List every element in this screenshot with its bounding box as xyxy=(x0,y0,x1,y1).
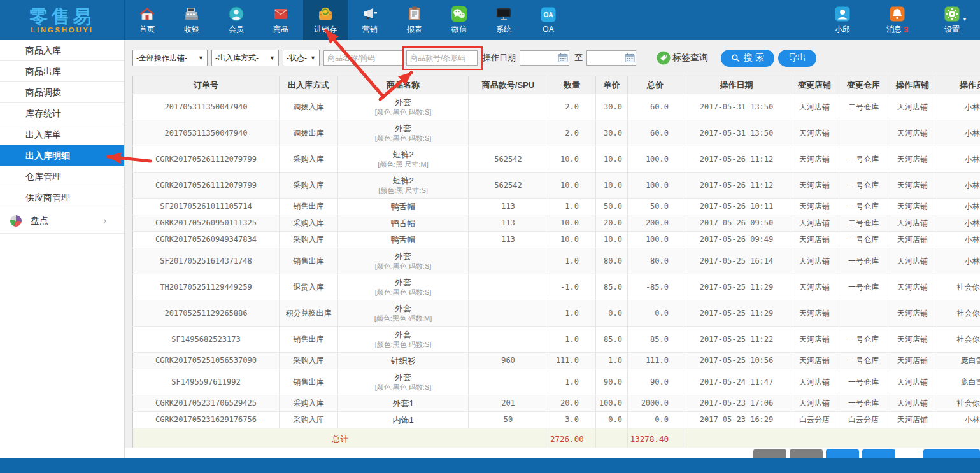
cell-operator: 社会你米 xyxy=(937,395,980,412)
cell-total: 85.0 xyxy=(628,327,683,353)
status-filter-select[interactable]: -状态- ▼ xyxy=(283,50,320,66)
cell-operator: 小林 xyxy=(937,146,980,173)
cell-qty: 1.0 xyxy=(548,300,596,327)
chevron-right-icon: › xyxy=(103,208,106,233)
nav-item-inventory[interactable]: 进销存 xyxy=(303,0,348,40)
nav-item-settings[interactable]: 设置▼ xyxy=(933,0,971,40)
method-filter-select[interactable]: -出入库方式- ▼ xyxy=(211,50,279,66)
nav-item-label: 进销存 xyxy=(314,24,337,35)
cell-change_warehouse xyxy=(839,120,888,146)
bell-icon xyxy=(889,6,905,22)
nav-item-oa[interactable]: OAOA xyxy=(526,0,571,40)
svg-text:OA: OA xyxy=(544,11,553,18)
cell-method: 采购入库 xyxy=(280,173,338,199)
nav-item-system[interactable]: 系统 xyxy=(481,0,526,40)
cell-order: 201705311350047940 xyxy=(133,94,280,120)
nav-item-cashier[interactable]: 收银 xyxy=(169,0,214,40)
sidebar-item-stock-stats[interactable]: 库存统计 xyxy=(0,103,124,124)
sidebar-item-goods-transfer[interactable]: 商品调拨 xyxy=(0,82,124,103)
tag-query-button[interactable]: 标签查询 xyxy=(657,51,708,65)
cell-price: 1.0 xyxy=(596,353,628,369)
sidebar-item-goods-out[interactable]: 商品出库 xyxy=(0,61,124,82)
cell-order: 201705311350047940 xyxy=(133,120,280,146)
sidebar-item-inout-details[interactable]: 出入库明细 xyxy=(0,145,124,166)
store-filter-select[interactable]: -全部操作店铺- ▼ xyxy=(132,50,208,66)
nav-item-user[interactable]: 小邱 xyxy=(823,0,862,40)
nav-item-home[interactable]: 首页 xyxy=(125,0,169,40)
cell-order: TH201705251129449259 xyxy=(133,274,280,300)
marketing-icon xyxy=(362,6,378,22)
sidebar-item-warehouse-mgmt[interactable]: 仓库管理 xyxy=(0,166,124,187)
nav-item-product[interactable]: 商品 xyxy=(259,0,303,40)
table-row: 201705311350047940调拨入库外套[颜色:黑色 码数:S]2.03… xyxy=(133,94,980,120)
cell-date: 2017-05-26 10:11 xyxy=(683,199,790,215)
cell-change_store: 天河店铺 xyxy=(790,94,839,120)
cell-op_store: 天河店铺 xyxy=(888,215,937,232)
table-row: CGRK201705251056537090采购入库针织衫960111.01.0… xyxy=(133,353,980,369)
cell-method: 调拨出库 xyxy=(280,120,338,146)
cell-change_warehouse: 一号仓库 xyxy=(839,274,888,300)
sidebar-item-label: 出入库单 xyxy=(25,129,61,139)
cell-total: 100.0 xyxy=(628,146,683,173)
cell-total: 60.0 xyxy=(628,120,683,146)
cell-op_store: 天河店铺 xyxy=(888,248,937,274)
nav-item-member[interactable]: 会员 xyxy=(214,0,259,40)
cell-operator: 庞白雪 xyxy=(937,369,980,395)
cell-name: 外套[颜色:黑色 码数:S] xyxy=(338,94,469,120)
nav-item-wechat[interactable]: 微信 xyxy=(437,0,481,40)
cell-order: 201705251129265886 xyxy=(133,300,280,327)
sidebar-item-inout-orders[interactable]: 出入库单 xyxy=(0,124,124,145)
calendar-icon[interactable] xyxy=(558,53,568,63)
cell-name: 鸭舌帽 xyxy=(338,232,469,248)
cell-name: 外套[颜色:黑色 码数:S] xyxy=(338,120,469,146)
col-header-change_store: 变更店铺 xyxy=(790,76,839,94)
nav-item-marketing[interactable]: 营销 xyxy=(348,0,392,40)
total-label: 总计 xyxy=(133,428,548,449)
cell-total: 111.0 xyxy=(628,353,683,369)
sidebar-item-label: 库存统计 xyxy=(25,108,61,118)
cell-name: 外套[颜色:黑色 码数:S] xyxy=(338,274,469,300)
cell-order: CGRK201705260949347834 xyxy=(133,232,280,248)
table-row: CGRK201705231706529425采购入库外套120120.0100.… xyxy=(133,395,980,412)
right-nav: 小邱消息3设置▼ xyxy=(823,0,971,40)
search-button[interactable]: 搜 索 xyxy=(721,50,774,67)
table-row: CGRK201705261112079799采购入库短裤2[颜色:黑 尺寸:M]… xyxy=(133,146,980,173)
cell-method: 销售出库 xyxy=(280,199,338,215)
cell-qty: 2.0 xyxy=(548,120,596,146)
cell-change_store: 天河店铺 xyxy=(790,369,839,395)
app-logo-subtitle: LINGSHOUYI xyxy=(31,26,93,34)
cell-change_warehouse: 一号仓库 xyxy=(839,173,888,199)
sidebar-item-supplier-mgmt[interactable]: 供应商管理 xyxy=(0,187,124,208)
sidebar-item-stocktake[interactable]: 盘点› xyxy=(0,208,124,234)
cell-name: 鸭舌帽 xyxy=(338,215,469,232)
cell-total: 200.0 xyxy=(628,215,683,232)
dropdown-arrow-icon: ▼ xyxy=(310,55,316,61)
cell-change_warehouse: 一号仓库 xyxy=(839,327,888,353)
table-row: TH201705251129449259退货入库外套[颜色:黑色 码数:S]-1… xyxy=(133,274,980,300)
cell-total: 50.0 xyxy=(628,199,683,215)
date-to-input[interactable] xyxy=(586,50,636,66)
date-from-input[interactable] xyxy=(520,50,569,66)
cell-spu xyxy=(469,327,548,353)
nav-item-report[interactable]: 报表 xyxy=(392,0,437,40)
cell-change_warehouse: 二号仓库 xyxy=(839,215,888,232)
table-row: SF1495682523173销售出库外套[颜色:黑色 码数:S]1.085.0… xyxy=(133,327,980,353)
app-logo[interactable]: 零售易 LINGSHOUYI xyxy=(0,0,125,40)
cell-total: 90.0 xyxy=(628,369,683,395)
nav-item-label: 消息3 xyxy=(886,24,908,35)
export-button[interactable]: 导出 xyxy=(778,50,816,67)
cell-operator: 小林 xyxy=(937,412,980,428)
cell-name: 外套[颜色:黑色 码数:S] xyxy=(338,327,469,353)
calendar-icon[interactable] xyxy=(625,53,635,63)
main-nav: 首页收银会员商品进销存营销报表微信系统OAOA xyxy=(125,0,571,40)
product-name-input[interactable] xyxy=(323,50,402,66)
sidebar-item-label: 商品入库 xyxy=(25,45,61,55)
cell-change_store: 天河店铺 xyxy=(790,327,839,353)
cell-price: 80.0 xyxy=(596,248,628,274)
cell-spu: 201 xyxy=(469,395,548,412)
sidebar-item-goods-in[interactable]: 商品入库 xyxy=(0,40,124,61)
nav-item-messages[interactable]: 消息3 xyxy=(878,0,916,40)
sku-barcode-input[interactable] xyxy=(406,50,478,66)
product-spec: [颜色:黑 尺寸:M] xyxy=(340,160,466,169)
table-row: SF201705251614371748销售出库外套[颜色:黑色 码数:S]1.… xyxy=(133,248,980,274)
